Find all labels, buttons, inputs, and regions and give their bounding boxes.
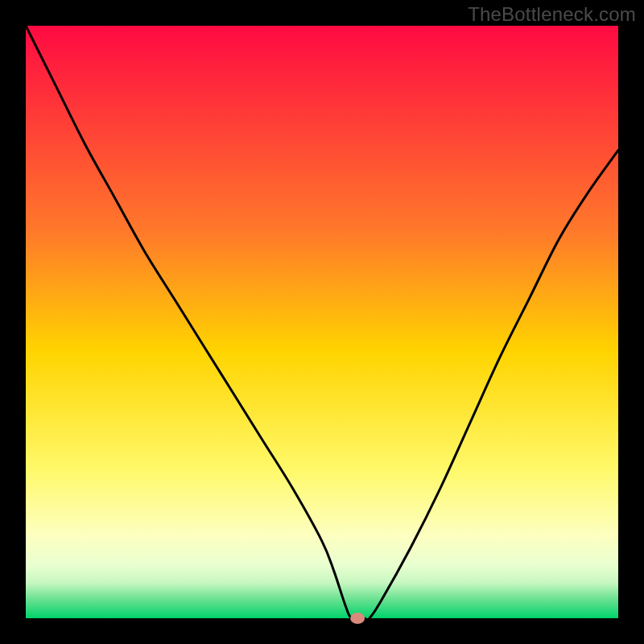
chart-frame: TheBottleneck.com	[0, 0, 644, 644]
chart-gradient-background	[26, 26, 618, 618]
watermark-text: TheBottleneck.com	[468, 3, 636, 26]
bottleneck-chart	[0, 0, 644, 644]
optimal-point-marker	[350, 613, 365, 624]
